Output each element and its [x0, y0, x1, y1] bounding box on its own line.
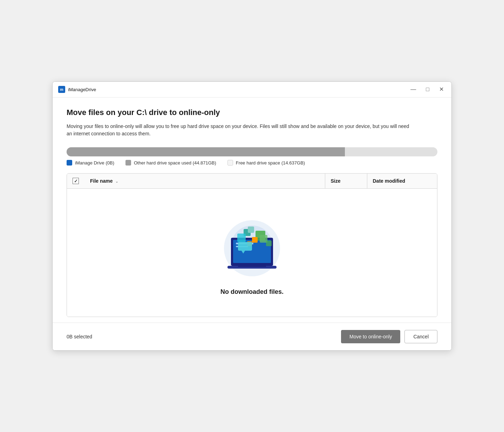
window-controls: — □ ✕ — [408, 86, 446, 93]
file-table: ✓ File name ⌄ Size Date modified — [67, 174, 437, 317]
footer: 0B selected Move to online-only Cancel — [53, 323, 451, 350]
move-to-online-button[interactable]: Move to online-only — [341, 330, 400, 343]
window-title: iManageDrive — [68, 87, 96, 92]
table-header-row: ✓ File name ⌄ Size Date modified — [67, 174, 437, 189]
select-all-checkbox[interactable]: ✓ — [73, 178, 79, 184]
page-title: Move files on your C:\ drive to online-o… — [67, 108, 437, 117]
main-content: Move files on your C:\ drive to online-o… — [53, 97, 451, 317]
th-filename: File name ⌄ — [84, 174, 325, 189]
checkbox-check-icon: ✓ — [74, 179, 78, 183]
maximize-button[interactable]: □ — [424, 86, 431, 93]
legend-other: Other hard drive space used (44.871GB) — [125, 160, 216, 166]
legend-free: Free hard drive space (14.637GB) — [227, 160, 305, 166]
svg-rect-10 — [248, 227, 254, 233]
svg-rect-15 — [238, 264, 266, 267]
svg-rect-9 — [237, 234, 246, 242]
free-color-dot — [227, 160, 233, 166]
imanage-legend-label: iManage Drive (0B) — [75, 160, 114, 166]
th-size: Size — [325, 174, 367, 189]
empty-illustration — [217, 210, 287, 280]
app-icon: m — [58, 86, 65, 93]
free-legend-label: Free hard drive space (14.637GB) — [236, 160, 305, 166]
empty-state: No downloaded files. — [67, 189, 437, 317]
storage-bar-container: iManage Drive (0B) Other hard drive spac… — [67, 147, 437, 166]
selected-count-label: 0B selected — [67, 334, 92, 339]
th-checkbox[interactable]: ✓ — [67, 174, 84, 189]
other-color-dot — [125, 160, 131, 166]
storage-bar — [67, 147, 437, 156]
title-bar-left: m iManageDrive — [58, 86, 96, 93]
sort-icon[interactable]: ⌄ — [115, 180, 118, 183]
close-button[interactable]: ✕ — [437, 86, 446, 93]
file-table-wrapper: ✓ File name ⌄ Size Date modified — [67, 173, 437, 317]
other-legend-label: Other hard drive space used (44.871GB) — [134, 160, 216, 166]
storage-legend: iManage Drive (0B) Other hard drive spac… — [67, 160, 437, 166]
svg-rect-11 — [252, 237, 258, 243]
footer-buttons: Move to online-only Cancel — [341, 330, 437, 343]
minimize-button[interactable]: — — [408, 86, 418, 93]
legend-imanage: iManage Drive (0B) — [67, 160, 114, 166]
th-date-modified: Date modified — [367, 174, 437, 189]
svg-rect-16 — [238, 242, 252, 251]
imanage-color-dot — [67, 160, 72, 166]
svg-rect-13 — [266, 241, 272, 246]
storage-other-segment — [67, 147, 345, 156]
cancel-button[interactable]: Cancel — [404, 330, 437, 343]
empty-state-row: No downloaded files. — [67, 189, 437, 317]
app-window: m iManageDrive — □ ✕ Move files on your … — [52, 81, 452, 351]
description-text: Moving your files to online-only will al… — [67, 123, 410, 137]
empty-state-text: No downloaded files. — [74, 288, 430, 296]
title-bar: m iManageDrive — □ ✕ — [53, 82, 451, 97]
